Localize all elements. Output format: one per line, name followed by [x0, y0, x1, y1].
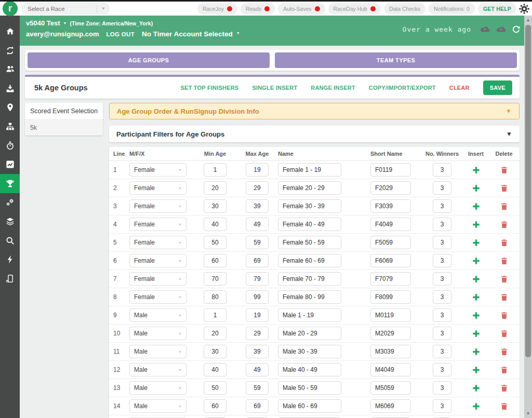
- gender-select[interactable]: Male▼: [129, 345, 187, 358]
- insert-row-button[interactable]: [470, 200, 482, 212]
- delete-row-button[interactable]: [498, 309, 510, 321]
- short-name-input[interactable]: [370, 218, 411, 231]
- max-age-input[interactable]: [246, 163, 269, 177]
- gender-select[interactable]: Male▼: [129, 308, 187, 322]
- min-age-input[interactable]: [204, 327, 227, 340]
- sidebar-item-results-chart[interactable]: [0, 155, 20, 174]
- delete-row-button[interactable]: [498, 328, 510, 339]
- min-age-input[interactable]: [204, 254, 227, 267]
- insert-row-button[interactable]: [470, 273, 482, 285]
- scrollbar-thumb[interactable]: [525, 25, 531, 357]
- race-name[interactable]: v5040 Test: [26, 19, 60, 27]
- max-age-input[interactable]: [246, 327, 269, 340]
- short-name-input[interactable]: [370, 381, 411, 395]
- gender-select[interactable]: Female▼: [129, 163, 187, 177]
- name-input[interactable]: [278, 345, 341, 358]
- delete-row-button[interactable]: [498, 219, 510, 230]
- gender-select[interactable]: Female▼: [129, 236, 187, 249]
- delete-row-button[interactable]: [498, 382, 510, 394]
- name-input[interactable]: [278, 290, 341, 304]
- gender-select[interactable]: Female▼: [129, 290, 187, 304]
- max-age-input[interactable]: [246, 399, 269, 413]
- race-select-dropdown[interactable]: Select a Race ▼: [21, 3, 110, 15]
- name-input[interactable]: [278, 327, 341, 340]
- participant-filters-accordion[interactable]: Participant Filters for Age Groups ▼: [109, 126, 520, 142]
- gender-select[interactable]: Female▼: [129, 218, 187, 231]
- scroll-up-arrow[interactable]: ▲: [524, 16, 532, 24]
- name-input[interactable]: [278, 254, 341, 267]
- min-age-input[interactable]: [204, 308, 227, 322]
- event-item-5k[interactable]: 5k: [25, 120, 103, 136]
- insert-row-button[interactable]: [470, 219, 482, 230]
- settings-gear-icon[interactable]: [518, 3, 530, 15]
- sidebar-item-search[interactable]: [0, 231, 20, 250]
- insert-row-button[interactable]: [470, 328, 482, 339]
- delete-row-button[interactable]: [498, 346, 510, 357]
- scroll-down-arrow[interactable]: ▼: [524, 410, 532, 417]
- max-age-input[interactable]: [246, 218, 269, 231]
- min-age-input[interactable]: [204, 163, 227, 177]
- short-name-input[interactable]: [370, 199, 411, 213]
- short-name-input[interactable]: [370, 327, 411, 340]
- tab-team-types[interactable]: TEAM TYPES: [275, 52, 517, 68]
- gender-select[interactable]: Female▼: [129, 254, 187, 267]
- name-input[interactable]: [278, 236, 341, 249]
- winners-input[interactable]: [433, 327, 451, 340]
- sidebar-item-sitemap[interactable]: [0, 117, 20, 136]
- division-info-accordion[interactable]: Age Group Order & RunSignup Division Inf…: [109, 103, 520, 119]
- winners-input[interactable]: [433, 381, 451, 395]
- name-input[interactable]: [278, 272, 341, 286]
- sidebar-item-participants[interactable]: [0, 60, 20, 79]
- winners-input[interactable]: [433, 308, 451, 322]
- max-age-input[interactable]: [246, 381, 269, 395]
- sidebar-item-gears[interactable]: [0, 193, 20, 212]
- gender-select[interactable]: Female▼: [129, 199, 187, 213]
- winners-input[interactable]: [433, 363, 451, 376]
- short-name-input[interactable]: [370, 290, 411, 304]
- vertical-scrollbar[interactable]: ▲ ▼: [524, 16, 532, 418]
- clear-link[interactable]: CLEAR: [449, 85, 470, 91]
- name-input[interactable]: [278, 381, 341, 395]
- sidebar-item-home[interactable]: [0, 22, 20, 41]
- insert-row-button[interactable]: [470, 400, 482, 412]
- max-age-input[interactable]: [246, 181, 269, 195]
- insert-row-button[interactable]: [470, 255, 482, 266]
- insert-row-button[interactable]: [470, 382, 482, 394]
- max-age-input[interactable]: [246, 345, 269, 358]
- delete-row-button[interactable]: [498, 273, 510, 285]
- status-pill-reads[interactable]: Reads: [241, 3, 275, 15]
- save-button[interactable]: SAVE: [483, 80, 512, 95]
- insert-row-button[interactable]: [470, 346, 482, 357]
- min-age-input[interactable]: [204, 218, 227, 231]
- short-name-input[interactable]: [370, 254, 411, 267]
- cloud-download-icon[interactable]: [496, 25, 507, 33]
- insert-row-button[interactable]: [470, 237, 482, 248]
- winners-input[interactable]: [433, 345, 451, 358]
- max-age-input[interactable]: [246, 308, 269, 322]
- name-input[interactable]: [278, 163, 341, 177]
- min-age-input[interactable]: [204, 381, 227, 395]
- insert-row-button[interactable]: [470, 364, 482, 375]
- logout-link[interactable]: LOG OUT: [107, 31, 135, 37]
- gender-select[interactable]: Male▼: [129, 363, 187, 376]
- gender-select[interactable]: Male▼: [129, 327, 187, 340]
- insert-row-button[interactable]: [470, 309, 482, 321]
- insert-row-button[interactable]: [470, 182, 482, 194]
- get-help-button[interactable]: GET HELP: [478, 3, 516, 15]
- name-input[interactable]: [278, 199, 341, 213]
- timer-account-dropdown[interactable]: No Timer Account Selected ▼: [142, 30, 240, 38]
- winners-input[interactable]: [433, 163, 451, 177]
- min-age-input[interactable]: [204, 345, 227, 358]
- sidebar-item-location[interactable]: [0, 98, 20, 117]
- delete-row-button[interactable]: [498, 364, 510, 375]
- min-age-input[interactable]: [204, 236, 227, 249]
- min-age-input[interactable]: [204, 290, 227, 304]
- gender-select[interactable]: Female▼: [129, 272, 187, 286]
- max-age-input[interactable]: [246, 272, 269, 286]
- sidebar-item-import[interactable]: [0, 79, 20, 98]
- winners-input[interactable]: [433, 218, 451, 231]
- min-age-input[interactable]: [204, 363, 227, 376]
- short-name-input[interactable]: [370, 399, 411, 413]
- sidebar-item-cast[interactable]: [0, 269, 20, 288]
- name-input[interactable]: [278, 399, 341, 413]
